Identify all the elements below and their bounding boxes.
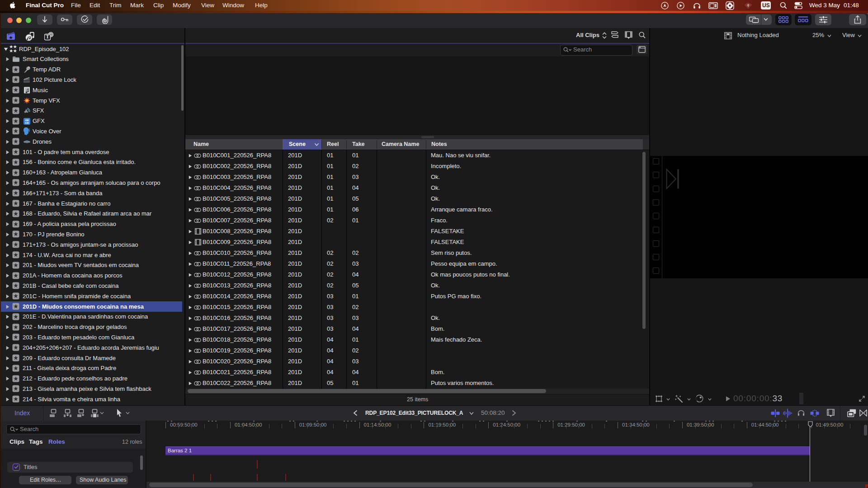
- svg-text:T: T: [46, 34, 49, 39]
- svg-text:CD: CD: [25, 121, 28, 124]
- svg-text:AB: AB: [25, 118, 28, 121]
